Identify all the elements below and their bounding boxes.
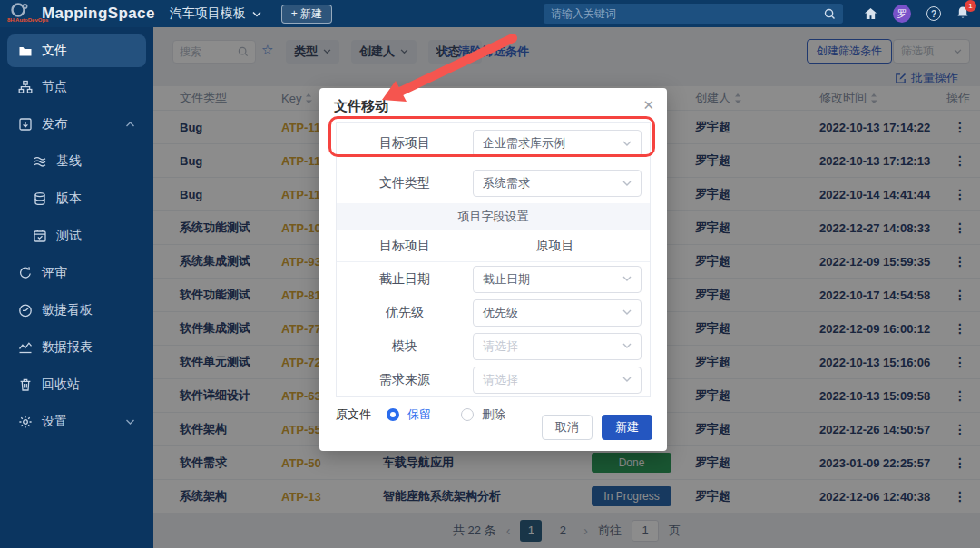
sidebar-item-folder[interactable]: 文件 — [7, 34, 146, 67]
trash-icon — [18, 377, 33, 392]
close-icon[interactable]: ✕ — [642, 98, 654, 112]
modal-title: 文件移动 — [334, 98, 388, 115]
sidebar: 文件节点发布基线版本测试评审敏捷看板数据报表回收站设置 — [0, 27, 153, 548]
sidebar-item-label: 发布 — [42, 116, 67, 132]
sidebar-item-label: 设置 — [42, 414, 67, 430]
sidebar-item-release[interactable]: 发布 — [7, 105, 146, 142]
field-select-value: 请选择 — [483, 338, 518, 355]
column-origin-project: 原项目 — [473, 238, 650, 254]
version-icon — [33, 191, 47, 206]
sidebar-item-trash[interactable]: 回收站 — [7, 366, 146, 403]
field-label: 需求来源 — [337, 372, 473, 388]
radio-delete[interactable] — [461, 408, 474, 421]
sidebar-item-label: 节点 — [42, 79, 67, 95]
field-select[interactable]: 请选择 — [473, 333, 642, 360]
app-root: 8H AutoDevOps MappingSpace 汽车项目模板 + 新建 罗… — [0, 0, 980, 548]
kanban-icon — [18, 303, 33, 318]
sidebar-item-label: 数据报表 — [42, 339, 93, 356]
field-select-value: 截止日期 — [483, 271, 530, 288]
sidebar-item-baseline[interactable]: 基线 — [7, 142, 146, 180]
field-settings-banner: 项目字段设置 — [337, 203, 650, 230]
sidebar-item-label: 评审 — [42, 265, 67, 281]
file-type-select[interactable]: 系统需求 — [473, 170, 642, 197]
folder-icon — [18, 44, 33, 58]
review-icon — [18, 266, 33, 280]
chevron-down-icon — [622, 377, 632, 383]
sidebar-item-label: 回收站 — [42, 377, 80, 393]
target-project-row: 目标项目 企业需求库示例 — [337, 123, 650, 163]
radio-keep-label: 保留 — [407, 406, 431, 423]
chevron-down-icon — [622, 181, 632, 187]
search-icon — [824, 8, 836, 20]
home-icon[interactable] — [864, 7, 877, 20]
sidebar-item-review[interactable]: 评审 — [7, 254, 146, 291]
project-selector-label: 汽车项目模板 — [170, 5, 246, 22]
main-content: ☆ 类型创建人状态 清除筛选条件 创建筛选条件 筛选项 批量操作 文件类型Key… — [153, 27, 980, 548]
field-label: 模块 — [337, 338, 473, 355]
global-search[interactable] — [544, 4, 843, 24]
file-type-label: 文件类型 — [337, 175, 473, 191]
logo-8h-badge: 8H AutoDevOps — [7, 17, 48, 23]
chevron-down-icon — [622, 309, 632, 316]
cancel-button[interactable]: 取消 — [542, 415, 593, 440]
settings-icon — [18, 415, 33, 429]
field-mapping-rows: 截止日期截止日期优先级优先级模块请选择需求来源请选择 — [337, 262, 650, 396]
notification-badge: 1 — [965, 0, 976, 12]
chevron-down-icon — [622, 141, 632, 147]
field-select[interactable]: 请选择 — [473, 367, 642, 394]
help-icon[interactable]: ? — [926, 6, 941, 21]
notification-bell[interactable]: 1 — [956, 5, 969, 23]
field-label: 优先级 — [337, 305, 473, 321]
chevron-down-icon — [622, 276, 632, 282]
chevron-down-icon — [252, 11, 261, 17]
global-search-input[interactable] — [551, 7, 824, 20]
column-target-project: 目标项目 — [337, 238, 473, 254]
target-project-select[interactable]: 企业需求库示例 — [473, 130, 642, 157]
chevron-down-icon — [622, 343, 632, 349]
chevron-up-icon — [125, 121, 135, 128]
header-right: 罗 ? 1 — [544, 4, 969, 24]
new-item-button[interactable]: + 新建 — [281, 5, 332, 24]
sidebar-item-version[interactable]: 版本 — [7, 180, 146, 217]
test-icon — [33, 229, 47, 243]
sidebar-item-nodes[interactable]: 节点 — [7, 68, 146, 105]
field-mapping-row: 优先级优先级 — [337, 296, 650, 329]
baseline-icon — [33, 154, 47, 169]
field-mapping-row: 需求来源请选择 — [337, 363, 650, 396]
chevron-down-icon — [125, 418, 135, 426]
file-move-modal: 文件移动 ✕ 目标项目 企业需求库示例 文件类型 系统需求 — [319, 88, 667, 451]
field-select[interactable]: 截止日期 — [473, 266, 642, 293]
project-selector[interactable]: 汽车项目模板 — [170, 5, 261, 22]
radio-delete-label: 删除 — [482, 406, 505, 423]
field-mapping-row: 截止日期截止日期 — [337, 262, 650, 296]
avatar[interactable]: 罗 — [893, 5, 911, 23]
modal-buttons: 取消 新建 — [542, 415, 652, 440]
field-select-value: 请选择 — [483, 372, 518, 388]
sidebar-item-settings[interactable]: 设置 — [7, 403, 146, 440]
field-label: 截止日期 — [337, 271, 473, 288]
sidebar-item-test[interactable]: 测试 — [7, 217, 146, 254]
radio-keep[interactable] — [387, 408, 399, 421]
field-select[interactable]: 优先级 — [473, 299, 642, 327]
sidebar-item-label: 版本 — [56, 191, 82, 207]
confirm-new-button[interactable]: 新建 — [602, 415, 652, 440]
sidebar-item-kanban[interactable]: 敏捷看板 — [7, 291, 146, 328]
app-logo: 8H AutoDevOps — [5, 0, 36, 27]
field-settings-column-header: 目标项目 原项目 — [337, 230, 650, 262]
sidebar-item-label: 文件 — [42, 43, 67, 59]
field-select-value: 优先级 — [483, 305, 518, 321]
file-type-row: 文件类型 系统需求 — [337, 163, 650, 203]
nodes-icon — [18, 80, 33, 94]
field-mapping-row: 模块请选择 — [337, 329, 650, 363]
release-icon — [18, 117, 33, 132]
sidebar-item-label: 测试 — [56, 228, 82, 244]
sidebar-item-report[interactable]: 数据报表 — [7, 328, 146, 366]
sidebar-item-label: 基线 — [56, 153, 82, 170]
file-type-value: 系统需求 — [483, 175, 530, 191]
target-project-label: 目标项目 — [337, 135, 473, 152]
modal-form-box: 目标项目 企业需求库示例 文件类型 系统需求 项目字段设置 — [336, 122, 651, 397]
logo-swirl-icon — [9, 2, 29, 18]
top-header: 8H AutoDevOps MappingSpace 汽车项目模板 + 新建 罗… — [0, 0, 980, 27]
sidebar-item-label: 敏捷看板 — [42, 302, 93, 318]
original-file-label: 原文件 — [336, 406, 371, 423]
